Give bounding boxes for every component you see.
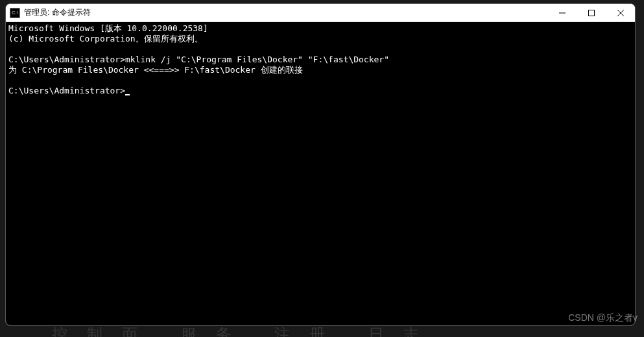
terminal-line: C:\Users\Administrator>mklink /j "C:\Pro… (8, 55, 389, 64)
minimize-button[interactable] (547, 4, 577, 21)
command-prompt-window: C:\ 管理员: 命令提示符 Microsoft Windows [版本 10.… (5, 3, 636, 326)
terminal-output[interactable]: Microsoft Windows [版本 10.0.22000.2538] (… (6, 22, 635, 325)
app-icon: C:\ (10, 8, 20, 18)
window-controls (547, 4, 635, 21)
cursor (125, 94, 130, 95)
minimize-icon (559, 10, 566, 16)
close-icon (617, 10, 624, 16)
window-title: 管理员: 命令提示符 (24, 7, 547, 18)
terminal-prompt: C:\Users\Administrator> (8, 86, 125, 95)
close-button[interactable] (606, 4, 635, 21)
maximize-button[interactable] (577, 4, 606, 21)
background-blur: 控制面 服务 注册 日志 (0, 324, 644, 337)
terminal-line: Microsoft Windows [版本 10.0.22000.2538] (8, 23, 208, 33)
maximize-icon (588, 10, 595, 16)
terminal-line: 为 C:\Program Files\Docker <<===>> F:\fas… (8, 65, 303, 75)
titlebar[interactable]: C:\ 管理员: 命令提示符 (6, 4, 635, 22)
svg-rect-1 (588, 10, 594, 16)
terminal-line: (c) Microsoft Corporation。保留所有权利。 (8, 34, 203, 44)
